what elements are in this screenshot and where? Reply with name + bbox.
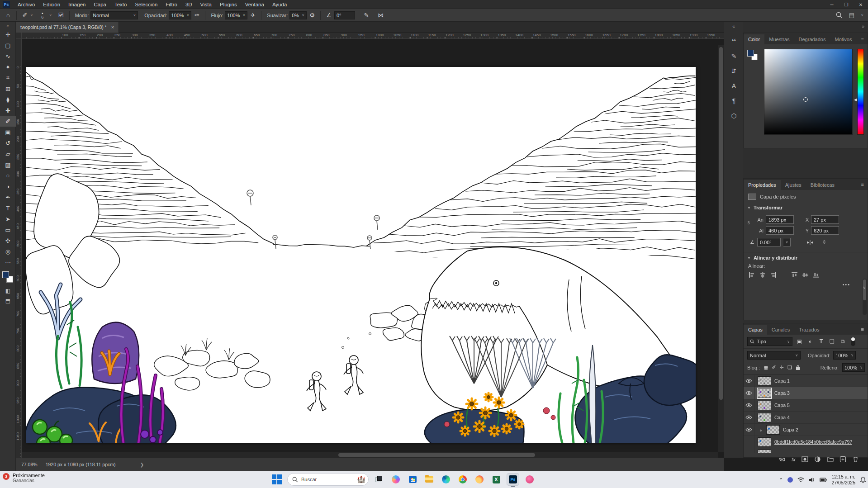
task-view-icon[interactable] (373, 473, 385, 486)
properties-scroll-chevron-icon[interactable]: ∨ (863, 285, 866, 290)
lock-pixels-icon[interactable]: ✐ (772, 365, 776, 370)
new-layer-icon[interactable] (840, 456, 846, 463)
status-chevron-icon[interactable]: ❯ (140, 462, 144, 467)
workspace-icon[interactable]: ▤ (849, 12, 854, 19)
airbrush-icon[interactable]: ✈ (247, 12, 258, 19)
menu-plugins[interactable]: Plugins (216, 0, 241, 9)
quick-selection-tool[interactable]: ✦ (0, 62, 16, 72)
layer-style-icon[interactable]: fx (792, 457, 796, 462)
eraser-tool[interactable]: ▱ (0, 148, 16, 159)
menu-texto[interactable]: Texto (110, 0, 131, 9)
history-brush-tool[interactable]: ↺ (0, 137, 16, 148)
layer-name[interactable]: Capa 1 (774, 378, 790, 384)
clone-stamp-tool[interactable]: ▣ (0, 127, 16, 137)
color-field[interactable] (764, 49, 853, 135)
export-icon[interactable]: ✎ (724, 48, 744, 63)
brush-size-preview[interactable]: • 6 (37, 12, 48, 19)
battery-icon[interactable] (820, 478, 827, 482)
layers-panel-menu-icon[interactable]: ≡ (861, 327, 864, 332)
photoshop-icon[interactable]: Ps (507, 473, 519, 486)
taskbar-widget[interactable]: 3 Próximamente Ganancias (3, 473, 45, 483)
layers-tab-trazados[interactable]: Trazados (794, 325, 824, 335)
layer-row[interactable] (744, 448, 868, 453)
foreground-color-swatch[interactable] (2, 271, 9, 278)
transform-section-header[interactable]: ▼Transformar (744, 202, 868, 212)
comment-icon[interactable]: ❛❛ (724, 33, 744, 48)
layers-tab-canales[interactable]: Canales (767, 325, 794, 335)
store-icon[interactable]: ‌‌‌‌ (406, 473, 419, 486)
layer-name[interactable]: Capa 2 (783, 427, 798, 432)
lasso-tool[interactable]: ∿ (0, 51, 16, 62)
gradient-tool[interactable]: ▨ (0, 159, 16, 170)
layer-name[interactable]: Capa 3 (774, 390, 790, 396)
height-field[interactable]: 460 px (766, 226, 794, 235)
smart-object-filter-icon[interactable]: ⧉ (839, 338, 847, 345)
lock-all-icon[interactable] (796, 365, 800, 370)
file-explorer-icon[interactable] (423, 473, 436, 486)
flip-vertical-icon[interactable]: ⇳ (822, 239, 826, 245)
collapse-panels-icon[interactable]: » (862, 24, 864, 29)
screen-mode-icon[interactable]: ⬒ (0, 296, 16, 306)
link-layers-icon[interactable] (779, 456, 786, 463)
marquee-tool[interactable]: ▢ (0, 40, 16, 51)
excel-icon[interactable]: X (490, 473, 503, 486)
width-field[interactable]: 1893 px (766, 215, 794, 224)
menu-capa[interactable]: Capa (90, 0, 110, 9)
rotate-angle-field[interactable]: 0.00° (757, 238, 781, 246)
type-tool[interactable]: T (0, 203, 16, 213)
opacity-pressure-icon[interactable]: ✑ (191, 12, 202, 19)
menu-ventana[interactable]: Ventana (241, 0, 268, 9)
properties-tab-ajustes[interactable]: Ajustes (781, 180, 806, 190)
menu-seleccion[interactable]: Selección (131, 0, 161, 9)
edit-toolbar[interactable]: ⋯ (0, 257, 16, 268)
hidden-icons-chevron[interactable]: ⌃ (779, 477, 783, 483)
hand-tool[interactable]: ✣ (0, 235, 16, 246)
layer-name[interactable]: Capa 4 (774, 415, 790, 420)
copilot-icon[interactable] (389, 473, 402, 486)
toolbar-expand-icon[interactable]: » (0, 22, 15, 29)
layer-blend-mode-select[interactable]: Normal∨ (747, 351, 801, 360)
brush-size-chevron-icon[interactable]: ∨ (49, 13, 52, 17)
layer-opacity-select[interactable]: 100%∨ (833, 351, 856, 360)
filter-toggle[interactable] (851, 337, 855, 346)
panel-foreground-swatch[interactable] (747, 50, 754, 57)
chrome-icon[interactable] (456, 473, 469, 486)
maximize-button[interactable]: ❐ (839, 0, 854, 9)
type-filter-icon[interactable]: T (817, 338, 825, 345)
home-icon[interactable]: ⌂ (3, 12, 14, 19)
align-left-icon[interactable] (748, 271, 755, 278)
color-panel-menu-icon[interactable]: ≡ (861, 36, 864, 42)
zoom-tool[interactable]: ◎ (0, 246, 16, 257)
layer-thumbnail[interactable] (758, 401, 771, 410)
align-middle-icon[interactable] (802, 271, 809, 278)
color-swatches[interactable] (0, 270, 16, 286)
properties-tab-propiedades[interactable]: Propiedades (744, 180, 781, 190)
hue-slider[interactable] (857, 49, 864, 135)
symmetry-butterfly-icon[interactable]: ⋈ (375, 12, 386, 19)
layer-row[interactable]: ↴Capa 2 (744, 424, 868, 436)
opacity-select[interactable]: 100%∨ (169, 11, 191, 19)
properties-panel-menu-icon[interactable]: ≡ (861, 182, 864, 187)
quick-mask-icon[interactable]: ◧ (0, 286, 16, 296)
flip-horizontal-icon[interactable]: ▸¦◂ (807, 239, 813, 245)
layer-thumbnail[interactable] (758, 450, 771, 453)
close-button[interactable]: ✕ (854, 0, 868, 9)
menu-ayuda[interactable]: Ayuda (268, 0, 291, 9)
align-top-icon[interactable] (791, 271, 798, 278)
3d-icon[interactable]: ⬡ (724, 108, 744, 123)
color-tab-color[interactable]: Color (744, 34, 764, 44)
align-right-icon[interactable] (770, 271, 777, 278)
layer-thumbnail[interactable] (758, 376, 771, 386)
color-tab-degradados[interactable]: Degradados (794, 34, 830, 44)
notification-bell-icon[interactable] (860, 477, 866, 483)
layer-thumbnail[interactable] (758, 413, 771, 422)
properties-tab-bibliotecas[interactable]: Bibliotecas (806, 180, 839, 190)
layer-visibility-eye-icon[interactable] (744, 424, 754, 436)
shape-tool[interactable]: ▭ (0, 224, 16, 235)
layer-mask-icon[interactable] (802, 456, 808, 463)
taskbar-clock[interactable]: 12:15 a. m. 27/05/2025 (831, 474, 855, 486)
layer-row[interactable]: Capa 4 (744, 412, 868, 424)
path-select-tool[interactable]: ➤ (0, 213, 16, 224)
brush-tool[interactable]: ✐ (0, 116, 16, 127)
align-bottom-icon[interactable] (813, 271, 820, 278)
